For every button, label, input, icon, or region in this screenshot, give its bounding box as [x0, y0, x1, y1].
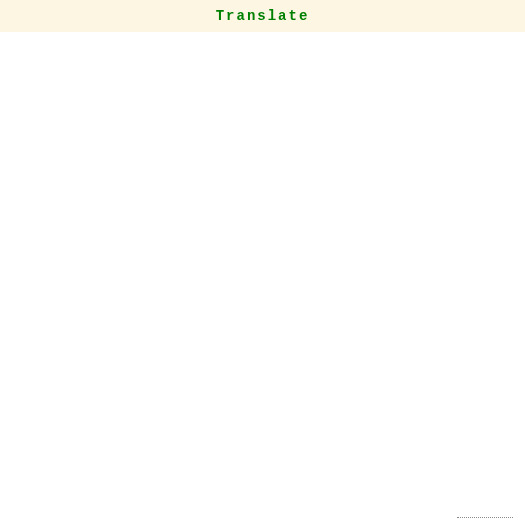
page-title: Translate: [216, 8, 310, 24]
footer-divider: [457, 517, 513, 525]
header-bar: Translate: [0, 0, 525, 32]
